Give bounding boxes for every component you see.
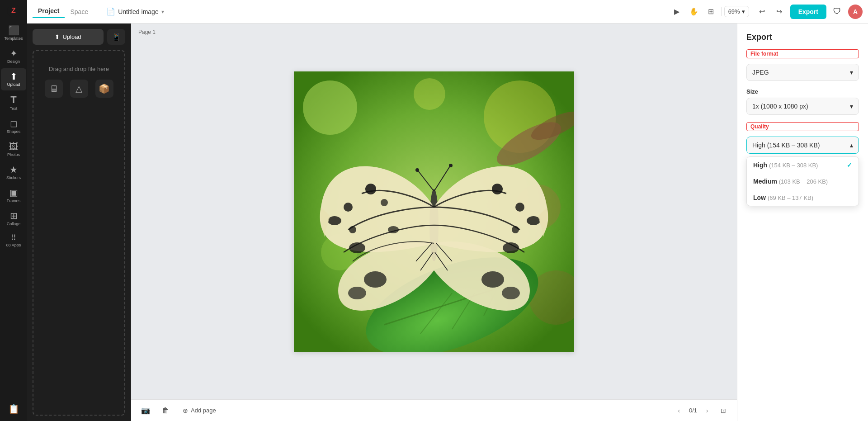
drive-upload-button[interactable]: △	[70, 80, 88, 98]
upload-button[interactable]: ⬆ Upload	[33, 29, 104, 45]
next-page-button[interactable]: ›	[701, 404, 713, 417]
sidebar-item-stickers[interactable]: ★ Stickers	[1, 161, 26, 184]
layout-icon: ⊞	[708, 7, 714, 16]
canvas-area: Page 1	[131, 24, 737, 421]
canvas-image[interactable]	[294, 71, 574, 352]
export-button[interactable]: Export	[790, 5, 826, 19]
phone-button[interactable]: 📱	[107, 29, 125, 45]
svg-point-22	[344, 203, 353, 212]
design-icon: ✦	[10, 49, 18, 58]
document-title: Untitled image	[118, 8, 159, 15]
size-select[interactable]: 1x (1080 x 1080 px) ▾	[746, 98, 859, 115]
quality-section: Quality High (154 KB – 308 KB) ▴ High (1…	[746, 122, 859, 206]
sidebar-item-upload[interactable]: ⬆ Upload	[1, 68, 26, 90]
trash-icon: 🗑	[162, 407, 169, 415]
redo-button[interactable]: ↪	[772, 5, 787, 19]
quality-chevron-icon: ▴	[850, 142, 853, 149]
camera-button[interactable]: 📷	[138, 403, 153, 418]
divider	[721, 7, 722, 16]
notes-icon: 📋	[8, 404, 19, 413]
zoom-selector[interactable]: 69% ▾	[724, 6, 749, 17]
trash-button[interactable]: 🗑	[158, 403, 173, 418]
quality-label: Quality	[746, 122, 859, 131]
quality-select[interactable]: High (154 KB – 308 KB) ▴	[746, 137, 859, 154]
text-icon: T	[10, 95, 16, 105]
layout-button[interactable]: ⊞	[704, 5, 718, 19]
shapes-icon: ◻	[10, 119, 18, 128]
svg-point-32	[503, 242, 519, 253]
stickers-icon: ★	[9, 165, 18, 174]
project-tab[interactable]: Project	[33, 5, 65, 18]
hand-button[interactable]: ✋	[687, 5, 701, 19]
size-label: Size	[746, 88, 859, 95]
quality-value: High (154 KB – 308 KB)	[752, 142, 820, 149]
sidebar-item-templates[interactable]: ⬛ Templates	[1, 22, 26, 44]
next-icon: ›	[706, 407, 708, 414]
svg-point-8	[414, 78, 445, 110]
sidebar-item-text[interactable]: T Text	[1, 91, 26, 114]
bottom-bar: 📷 🗑 ⊕ Add page ‹ 0/1 ›	[131, 399, 737, 421]
topbar-left: Project Space 📄 Untitled image ▾	[33, 5, 666, 19]
topbar: Project Space 📄 Untitled image ▾ ▶ ✋ ⊞	[27, 0, 868, 24]
app-logo: Z	[6, 4, 21, 18]
zoom-chevron-icon: ▾	[742, 8, 745, 15]
prev-page-button[interactable]: ‹	[673, 404, 685, 417]
sidebar-item-shapes[interactable]: ◻ Shapes	[1, 115, 26, 137]
export-panel: Export File format JPEG ▾ Size 1x (1080 …	[737, 24, 868, 421]
quality-low-label: Low (69 KB – 137 KB)	[753, 194, 813, 201]
bottom-right: ‹ 0/1 › ⊡	[673, 404, 730, 417]
avatar-button[interactable]: A	[848, 5, 863, 19]
zoom-value: 69%	[728, 8, 740, 15]
file-format-label: File format	[746, 49, 859, 58]
photos-icon: 🖼	[9, 142, 18, 151]
page-label: Page 1	[138, 29, 156, 35]
drag-drop-area: Drag and drop file here 🖥 △ 📦	[33, 50, 125, 416]
add-page-button[interactable]: ⊕ Add page	[178, 404, 221, 417]
camera-icon: 📷	[141, 406, 150, 415]
sidebar-item-design[interactable]: ✦ Design	[1, 45, 26, 67]
document-chevron-icon[interactable]: ▾	[161, 9, 164, 15]
quality-option-medium[interactable]: Medium (103 KB – 206 KB)	[747, 173, 859, 189]
size-section: Size 1x (1080 x 1080 px) ▾	[746, 88, 859, 115]
space-tab[interactable]: Space	[65, 5, 94, 18]
monitor-upload-button[interactable]: 🖥	[45, 80, 63, 98]
undo-button[interactable]: ↩	[755, 5, 769, 19]
drive-icon: △	[75, 83, 82, 94]
svg-point-35	[481, 271, 504, 288]
svg-point-24	[381, 199, 388, 206]
play-button[interactable]: ▶	[670, 5, 684, 19]
svg-point-27	[388, 226, 399, 233]
sidebar-item-apps[interactable]: ⠿ 88 Apps	[1, 231, 26, 251]
dropbox-upload-button[interactable]: 📦	[95, 80, 113, 98]
tool-panel: ⬆ Upload 📱 Drag and drop file here 🖥 △	[27, 24, 131, 421]
file-format-section: File format JPEG ▾	[746, 49, 859, 81]
svg-point-31	[527, 216, 540, 225]
export-panel-title: Export	[746, 33, 859, 42]
svg-point-29	[515, 203, 524, 212]
fullscreen-button[interactable]: ⊡	[717, 404, 730, 417]
monitor-icon: 🖥	[49, 84, 58, 94]
page-counter: 0/1	[689, 407, 697, 414]
quality-high-label: High (154 KB – 308 KB)	[753, 161, 818, 169]
canvas-content	[131, 24, 737, 399]
quality-option-low[interactable]: Low (69 KB – 137 KB)	[747, 189, 859, 206]
file-format-select[interactable]: JPEG ▾	[746, 64, 859, 81]
svg-point-30	[512, 226, 519, 233]
shield-button[interactable]: 🛡	[830, 5, 844, 19]
quality-option-high[interactable]: High (154 KB – 308 KB) ✓	[747, 157, 859, 173]
svg-point-26	[349, 242, 365, 253]
sidebar-item-photos[interactable]: 🖼 Photos	[1, 138, 26, 161]
svg-point-28	[492, 184, 503, 194]
sidebar-item-notes[interactable]: 📋	[1, 401, 26, 417]
svg-point-21	[365, 184, 376, 194]
sidebar-item-collage[interactable]: ⊞ Collage	[1, 208, 26, 230]
dropbox-icon: 📦	[99, 83, 110, 94]
shield-icon: 🛡	[833, 7, 841, 16]
sidebar-item-frames[interactable]: ▣ Frames	[1, 184, 26, 207]
add-page-plus-icon: ⊕	[183, 407, 188, 414]
collage-icon: ⊞	[10, 211, 18, 220]
hand-icon: ✋	[689, 7, 698, 16]
sidebar: Z ⬛ Templates ✦ Design ⬆ Upload T Text ◻…	[0, 0, 27, 421]
play-icon: ▶	[674, 7, 679, 16]
frames-icon: ▣	[9, 188, 18, 197]
